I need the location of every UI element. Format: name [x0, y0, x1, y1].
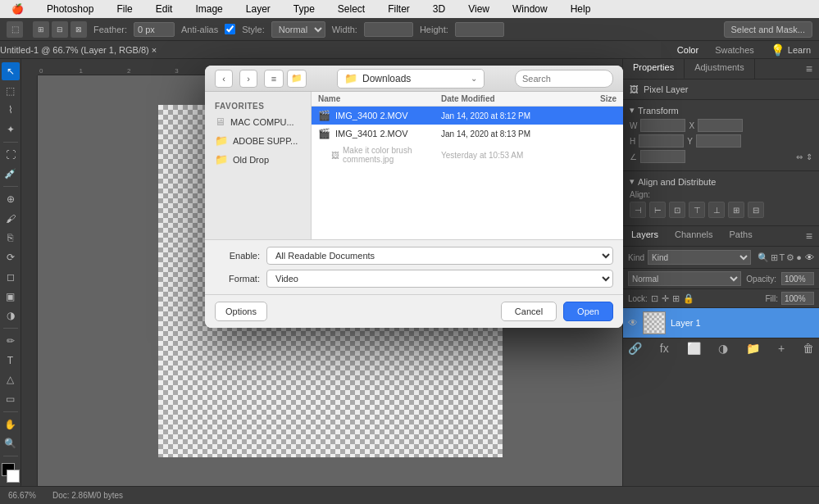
style-select[interactable]: Normal	[271, 21, 325, 38]
menu-select[interactable]: Select	[333, 2, 370, 16]
add-mask-icon[interactable]: ⬜	[687, 342, 701, 355]
menu-window[interactable]: Window	[507, 2, 553, 16]
document-tab[interactable]: Untitled-1 @ 66.7% (Layer 1, RGB/8) ×	[0, 45, 157, 55]
new-layer-icon[interactable]: +	[778, 342, 785, 355]
pen-tool[interactable]: ✏	[2, 332, 20, 350]
properties-tab[interactable]: Properties	[623, 59, 685, 79]
lock-all-icon[interactable]: 🔒	[683, 293, 694, 304]
eyedropper-tool[interactable]: 💉	[2, 166, 20, 184]
layer-filter-icon-4[interactable]: ⚙	[786, 252, 794, 263]
layer-filter-icon-2[interactable]: ⊞	[771, 252, 778, 263]
color-panel-tab[interactable]: Color	[669, 42, 707, 58]
gradient-tool[interactable]: ▣	[2, 288, 20, 306]
fill-input[interactable]	[781, 292, 814, 305]
menu-filter[interactable]: Filter	[383, 2, 415, 16]
align-top-icon[interactable]: ⊤	[689, 202, 705, 218]
y-transform[interactable]	[696, 134, 741, 148]
crop-tool[interactable]: ⛶	[2, 146, 20, 164]
file-item-2[interactable]: 🎬 IMG_3401 2.MOV Jan 14, 2020 at 8:13 PM	[312, 125, 623, 143]
clone-tool[interactable]: ⎘	[2, 229, 20, 247]
menu-photoshop[interactable]: Photoshop	[42, 2, 98, 16]
sidebar-item-olddrop[interactable]: 📁 Old Drop	[205, 150, 311, 169]
move-tool[interactable]: ↖	[2, 62, 20, 80]
enable-select[interactable]: All Readable Documents	[266, 247, 613, 265]
align-center-v-icon[interactable]: ⊥	[708, 202, 725, 218]
view-options-button[interactable]: ≡	[264, 70, 284, 88]
delete-layer-icon[interactable]: 🗑	[803, 342, 814, 355]
flip-h-icon[interactable]: ⇔	[796, 152, 803, 161]
width-input[interactable]	[364, 22, 413, 37]
width-transform[interactable]	[640, 119, 685, 132]
tab-close-button[interactable]: ×	[152, 45, 157, 55]
panel-menu-icon[interactable]: ≡	[799, 59, 819, 79]
path-selector[interactable]: 📁 Downloads ⌄	[337, 69, 485, 89]
healing-tool[interactable]: ⊕	[2, 190, 20, 208]
layer-filter-icon-5[interactable]: ●	[796, 252, 802, 263]
layer-kind-select[interactable]: Kind	[648, 250, 751, 265]
blend-mode-select[interactable]: Normal	[628, 271, 741, 286]
brush-tool[interactable]: 🖌	[2, 210, 20, 228]
dialog-forward-button[interactable]: ›	[239, 70, 257, 88]
layer-visibility-eye[interactable]: 👁	[628, 317, 638, 329]
x-transform[interactable]	[698, 119, 743, 132]
path-tool[interactable]: △	[2, 371, 20, 389]
height-input[interactable]	[455, 22, 504, 37]
foreground-background-colors[interactable]	[2, 463, 20, 483]
height-transform[interactable]	[639, 134, 684, 148]
menu-3d[interactable]: 3D	[428, 2, 450, 16]
menu-edit[interactable]: Edit	[151, 2, 178, 16]
anti-alias-checkbox[interactable]	[225, 24, 235, 34]
menu-view[interactable]: View	[463, 2, 494, 16]
link-layers-icon[interactable]: 🔗	[628, 342, 642, 355]
file-item-1[interactable]: 🎬 IMG_3400 2.MOV Jan 14, 2020 at 8:12 PM	[312, 107, 623, 125]
lock-artboard-icon[interactable]: ⊞	[672, 293, 680, 304]
new-group-icon[interactable]: 📁	[746, 342, 760, 355]
flip-v-icon[interactable]: ⇕	[806, 152, 812, 161]
options-button[interactable]: Options	[215, 302, 267, 321]
marquee-tool[interactable]: ⬚	[2, 82, 20, 100]
cancel-button[interactable]: Cancel	[501, 302, 557, 321]
dodge-tool[interactable]: ◑	[2, 306, 20, 325]
channels-tab[interactable]: Channels	[667, 226, 721, 246]
align-right-icon[interactable]: ⊡	[669, 202, 685, 218]
menu-help[interactable]: Help	[566, 2, 596, 16]
layer-row-1[interactable]: 👁 Layer 1	[623, 308, 819, 338]
lasso-tool[interactable]: ⌇	[2, 101, 20, 119]
layer-visibility-toggle[interactable]: 👁	[805, 252, 814, 262]
lock-pixels-icon[interactable]: ⊡	[651, 293, 658, 304]
format-select[interactable]: Video	[266, 270, 613, 288]
zoom-tool[interactable]: 🔍	[2, 435, 20, 453]
select-and-mask-button[interactable]: Select and Mask...	[724, 21, 813, 38]
new-folder-button[interactable]: 📁	[287, 70, 307, 88]
dialog-back-button[interactable]: ‹	[215, 70, 233, 88]
new-fill-icon[interactable]: ◑	[718, 342, 728, 355]
adjustments-tab[interactable]: Adjustments	[685, 59, 755, 79]
shape-tool[interactable]: ▭	[2, 390, 20, 408]
opacity-input[interactable]	[781, 272, 814, 285]
layer-filter-icon-1[interactable]: 🔍	[758, 252, 769, 263]
dialog-search-input[interactable]	[515, 70, 613, 88]
file-open-dialog[interactable]: ‹ › ≡ 📁 📁 Downloads ⌄ Favorites 🖥	[205, 66, 623, 328]
hand-tool[interactable]: ✋	[2, 415, 20, 434]
lock-position-icon[interactable]: ✛	[662, 293, 669, 304]
magic-wand-tool[interactable]: ✦	[2, 120, 20, 138]
add-style-icon[interactable]: fx	[660, 342, 669, 355]
feather-input[interactable]	[134, 22, 175, 37]
align-bottom-icon[interactable]: ⊞	[728, 202, 744, 218]
swatches-panel-tab[interactable]: Swatches	[707, 42, 762, 58]
history-tool[interactable]: ⟳	[2, 248, 20, 266]
paths-tab[interactable]: Paths	[721, 226, 761, 246]
text-tool[interactable]: T	[2, 352, 20, 370]
menu-file[interactable]: File	[111, 2, 137, 16]
align-center-h-icon[interactable]: ⊢	[649, 202, 666, 218]
menu-image[interactable]: Image	[190, 2, 227, 16]
layers-panel-menu[interactable]: ≡	[799, 226, 819, 246]
open-button[interactable]: Open	[563, 302, 613, 321]
align-left-icon[interactable]: ⊣	[630, 202, 646, 218]
menu-layer[interactable]: Layer	[241, 2, 275, 16]
angle-transform[interactable]	[640, 150, 685, 163]
layer-filter-icon-3[interactable]: T	[780, 252, 785, 263]
eraser-tool[interactable]: ◻	[2, 268, 20, 286]
layers-tab[interactable]: Layers	[623, 226, 667, 246]
menu-type[interactable]: Type	[289, 2, 320, 16]
